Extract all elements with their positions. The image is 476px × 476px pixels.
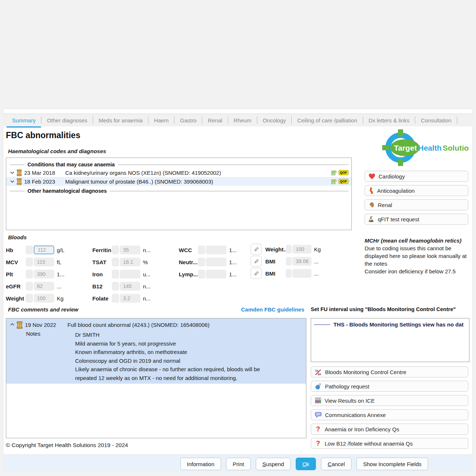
bmi2-input[interactable] [292,269,311,278]
copyright-text: © Copyright Target Health Solutions 2019… [6,442,128,449]
add-code-icon[interactable] [331,178,337,184]
bloods-monitoring-control-centre-button[interactable]: 1234 Bloods Monitoring Control Centre [311,366,468,377]
bloods-column-1: Hb112g/L MCV115fL Plt3901... eGFR62... W… [6,246,64,306]
field-prompt-box[interactable] [26,294,33,303]
weight-input[interactable]: 100 [34,294,54,303]
anticoagulation-button[interactable]: Anticoagulation [365,185,468,196]
group-label: Conditions that may cause anaemia [27,162,115,167]
haematology-codes-box: Conditions that may cause anaemia 23 Mar… [6,158,352,230]
add-code-icon[interactable] [331,170,337,176]
neutrophils-input[interactable] [206,258,226,266]
blood-flow-icon [369,187,374,194]
diagnosis-row[interactable]: 23 Mar 2018 Ca kidney/urinary organs NOS… [6,168,351,177]
field-label: Iron [92,271,112,277]
wcc-input[interactable] [206,246,226,254]
cardiology-button[interactable]: Cardiology [365,171,468,182]
tab-summary[interactable]: Summary [7,113,41,128]
iron-input[interactable] [120,270,140,278]
ok-button[interactable]: Ok [296,458,316,470]
chevron-down-icon[interactable] [9,180,15,183]
hb-input[interactable]: 112 [34,246,54,254]
field-prompt-box[interactable] [112,282,119,291]
tab-haem[interactable]: Haem [148,113,174,128]
field-prompt-box[interactable] [198,270,205,278]
flask-icon [369,216,374,222]
field-prompt-box[interactable] [198,246,205,254]
heart-icon [369,173,375,180]
field-prompt-box[interactable] [26,246,33,254]
tab-divider [457,117,457,124]
tab-other-diagnoses[interactable]: Other diagnoses [41,113,93,128]
button-label: Show Incomplete Fields [363,461,421,467]
field-prompt-box[interactable] [112,258,119,266]
field-prompt-box[interactable] [198,258,205,266]
diagnosis-row[interactable]: 18 Feb 2023 Malignant tumour of prostate… [6,177,351,186]
show-incomplete-fields-button[interactable]: Show Incomplete Fields [357,458,428,470]
legend-line [314,324,330,325]
bmi-input[interactable]: 39.06 [292,257,311,266]
pathology-request-button[interactable]: Pathology request [311,381,468,392]
tsat-input[interactable]: 18.1 [120,258,140,266]
field-bmi-2: BMI... [251,269,321,278]
field-ferritin: Ferritin35n... [92,246,151,254]
field-prompt-box[interactable] [286,245,292,254]
camden-fbc-guidelines-link[interactable]: Camden FBC guidelines [241,306,305,313]
chevron-up-icon[interactable] [9,321,15,326]
notes-line: Likely anaemia of chronic disease - no f… [75,365,282,382]
ferritin-input[interactable]: 35 [120,246,140,254]
svg-text:Solutions: Solutions [443,144,469,152]
mcv-input[interactable]: 115 [34,258,54,266]
diagnosis-text: Ca kidney/urinary organs NOS (XE1zn) (SN… [65,170,331,176]
tab-consultation[interactable]: Consultation [415,113,457,128]
tab-rheum[interactable]: Rheum [228,113,257,128]
pencil-edit-button[interactable] [251,244,262,255]
mchr-line1: Due to coding issues this cannot be disp… [365,244,471,267]
cancel-button[interactable]: Cancel [321,458,351,470]
legend-line [10,165,25,165]
print-button[interactable]: Print [226,458,251,470]
field-unit: ... [314,258,319,265]
field-prompt-box[interactable] [112,270,119,278]
field-prompt-box[interactable] [26,270,33,278]
template-page: Summary Other diagnoses Meds for anaemia… [0,0,476,476]
low-b12-folate-qs-button[interactable]: ? Low B12 /folate without anaemia Qs [311,438,468,449]
legend-line [10,191,25,191]
group-label: Other haematological diagnoses [27,188,107,194]
field-prompt-box[interactable] [286,257,292,266]
egfr-input[interactable]: 62 [34,282,54,291]
pencil-edit-button[interactable] [251,268,262,279]
chevron-down-icon[interactable] [9,171,15,174]
communications-annexe-button[interactable]: Communications Annexe [311,409,468,420]
b12-input[interactable]: 145 [120,282,140,291]
field-prompt-box[interactable] [112,294,119,303]
footer-buttons: Information Print Suspend Ok Cancel Show… [180,458,428,470]
view-results-on-ice-button[interactable]: View Results on ICE [311,395,468,406]
qof-badge: QOF [339,179,349,184]
renal-button[interactable]: Renal [365,199,468,210]
field-unit: n... [143,283,151,289]
plt-input[interactable]: 390 [34,270,54,278]
tab-renal[interactable]: Renal [202,113,228,128]
suspend-button[interactable]: Suspend [256,458,291,470]
comment-entry-header[interactable]: 19 Nov 2022 Full blood count abnormal (4… [6,318,306,329]
qfit-test-request-button[interactable]: qFIT test request [365,214,468,225]
tab-meds-for-anaemia[interactable]: Meds for anaemia [93,113,148,128]
lymphocytes-input[interactable] [206,270,226,278]
qof-badge: QOF [339,170,349,175]
tab-dx-letters-links[interactable]: Dx letters & links [363,113,415,128]
anaemia-iron-deficiency-qs-button[interactable]: ? Anaemia or Iron Deficiency Qs [311,424,468,435]
tab-gastro[interactable]: Gastro [174,113,202,128]
field-prompt-box[interactable] [26,282,33,291]
tab-oncology[interactable]: Oncology [257,113,291,128]
bloods-column-2: Ferritin35n... TSAT18.1% Ironu... B12145… [92,246,151,306]
weight2-input[interactable]: 100 [292,245,311,254]
blue-flask-icon [315,383,322,390]
field-prompt-box[interactable] [26,258,33,266]
field-mcv: MCV115fL [6,258,64,266]
field-prompt-box[interactable] [286,269,292,278]
tab-ceiling-of-care[interactable]: Ceiling of care /palliation [292,113,362,128]
pencil-edit-button[interactable] [251,256,262,267]
information-button[interactable]: Information [180,458,221,470]
field-prompt-box[interactable] [112,246,119,254]
folate-input[interactable]: 3.2 [120,294,140,303]
